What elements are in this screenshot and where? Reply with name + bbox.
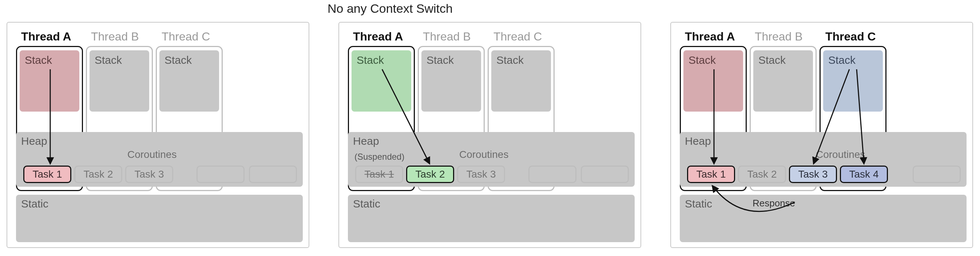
heap-label: Heap	[21, 135, 47, 147]
suspended-label: (Suspended)	[355, 152, 404, 162]
thread-c-label: Thread C	[825, 30, 876, 43]
thread-b-stack: Stack	[753, 50, 813, 112]
thread-c-stack: Stack	[491, 50, 551, 112]
thread-b-label: Thread B	[91, 30, 139, 43]
thread-b-label: Thread B	[423, 30, 471, 43]
thread-a-label: Thread A	[685, 30, 735, 43]
thread-c-stack: Stack	[823, 50, 883, 112]
diagram-title: No any Context Switch	[328, 2, 453, 16]
thread-a-stack: Stack	[683, 50, 743, 112]
thread-a-label: Thread A	[353, 30, 403, 43]
task-empty-1	[528, 166, 576, 183]
thread-c-label: Thread C	[493, 30, 542, 43]
coroutines-label: Coroutines	[459, 149, 508, 160]
panel-1: Thread A Thread B Thread C Stack Stack S…	[6, 22, 309, 248]
thread-a-stack: Stack	[20, 50, 80, 112]
thread-c-stack: Stack	[159, 50, 219, 112]
task-label: Task 3	[799, 168, 828, 180]
task-label: Task 3	[466, 168, 496, 180]
static-region: Static	[680, 195, 967, 242]
thread-c-label: Thread C	[162, 30, 210, 43]
task-empty-2	[581, 166, 629, 183]
task-label: Task 1	[364, 168, 394, 180]
static-region: Static	[348, 195, 635, 242]
task-3: Task 3	[789, 166, 837, 183]
task-1: Task 1	[687, 166, 735, 183]
task-label: Task 2	[415, 168, 445, 180]
task-empty-1	[913, 166, 961, 183]
task-empty-2	[249, 166, 297, 183]
thread-b-stack: Stack	[89, 50, 149, 112]
task-1-suspended: Task 1	[355, 166, 403, 183]
thread-b-stack: Stack	[422, 50, 481, 112]
task-3: Task 3	[125, 166, 173, 183]
task-2: Task 2	[738, 166, 786, 183]
task-2: Task 2	[74, 166, 122, 183]
panel-3: Thread A Thread B Thread C Stack Stack S…	[670, 22, 973, 248]
task-label: Task 1	[697, 168, 726, 180]
task-label: Task 4	[850, 168, 879, 180]
heap-label: Heap	[353, 135, 379, 147]
task-label: Task 1	[33, 168, 62, 180]
static-label: Static	[353, 198, 380, 210]
task-1: Task 1	[23, 166, 71, 183]
heap-label: Heap	[685, 135, 711, 147]
thread-b-label: Thread B	[755, 30, 803, 43]
task-2: Task 2	[406, 166, 454, 183]
task-label: Task 3	[135, 168, 164, 180]
task-3: Task 3	[457, 166, 505, 183]
response-label: Response	[752, 198, 795, 209]
thread-a-label: Thread A	[21, 30, 71, 43]
thread-a-stack: Stack	[352, 50, 411, 112]
static-region: Static	[16, 195, 303, 242]
task-4: Task 4	[840, 166, 888, 183]
panel-2: Thread A Thread B Thread C Stack Stack S…	[339, 22, 641, 248]
static-label: Static	[21, 198, 48, 210]
task-label: Task 2	[748, 168, 777, 180]
coroutines-label: Coroutines	[816, 149, 865, 160]
static-label: Static	[685, 198, 712, 210]
coroutines-label: Coroutines	[127, 149, 177, 160]
diagram-canvas: No any Context Switch Thread A Thread B …	[0, 0, 980, 256]
task-label: Task 2	[84, 168, 113, 180]
task-empty-1	[197, 166, 245, 183]
